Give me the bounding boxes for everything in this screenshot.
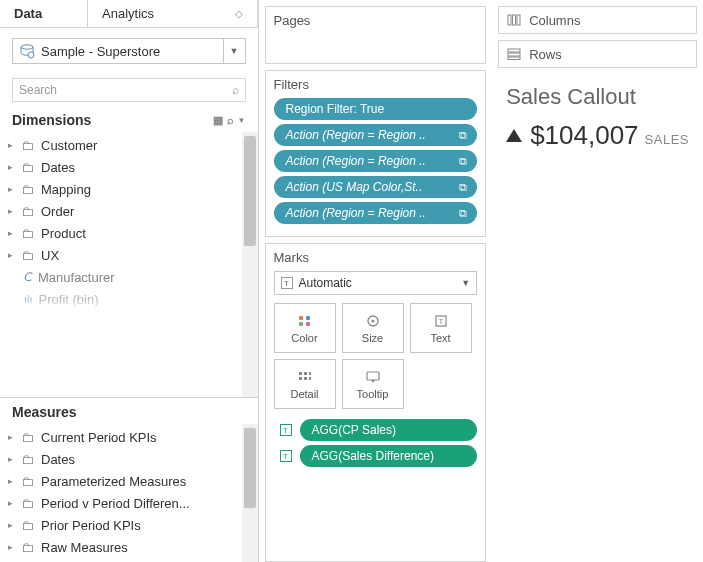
measures-header: Measures (0, 397, 258, 424)
cards-pane: Pages Filters Region Filter: True Action… (259, 0, 493, 562)
svg-text:T: T (438, 317, 443, 326)
columns-shelf[interactable]: Columns (498, 6, 697, 34)
color-icon (296, 313, 314, 329)
size-button[interactable]: Size (342, 303, 404, 353)
marks-title: Marks (274, 250, 478, 265)
pill-label: Action (Region = Region .. (286, 128, 426, 142)
marks-card: Marks T Automatic ▼ Color Size T Text De… (265, 243, 487, 562)
expand-icon[interactable]: ▸ (8, 476, 18, 486)
svg-rect-18 (513, 15, 516, 25)
expand-icon[interactable]: ▸ (8, 454, 18, 464)
tooltip-button[interactable]: Tooltip (342, 359, 404, 409)
pages-card[interactable]: Pages (265, 6, 487, 64)
mark-type-label: Automatic (299, 276, 352, 290)
search-input[interactable]: Search ⌕ (12, 78, 246, 102)
tree-item[interactable]: ▸🗀UX (0, 244, 258, 266)
color-button[interactable]: Color (274, 303, 336, 353)
tree-item[interactable]: ▸🗀Mapping (0, 178, 258, 200)
folder-icon: 🗀 (21, 430, 37, 445)
text-button[interactable]: T Text (410, 303, 472, 353)
datasource-selector[interactable]: Sample - Superstore ▼ (12, 38, 246, 64)
pill-label: Action (Region = Region .. (286, 206, 426, 220)
tree-item[interactable]: ▸🗀Dates (0, 448, 258, 470)
mark-pill[interactable]: AGG(CP Sales) (300, 419, 478, 441)
text-type-icon: T (281, 277, 293, 289)
filters-card[interactable]: Filters Region Filter: True Action (Regi… (265, 70, 487, 237)
svg-rect-17 (508, 15, 511, 25)
detail-button[interactable]: Detail (274, 359, 336, 409)
pill-label: AGG(Sales Difference) (312, 449, 435, 463)
svg-rect-14 (304, 377, 307, 380)
datasource-label: Sample - Superstore (41, 44, 160, 59)
filter-pill[interactable]: Action (US Map Color,St..⧉ (274, 176, 478, 198)
chevron-down-icon[interactable]: ▼ (223, 39, 245, 63)
text-mark-icon[interactable]: T (280, 424, 292, 436)
dimensions-title: Dimensions (12, 112, 91, 128)
expand-icon[interactable]: ▸ (8, 520, 18, 530)
tree-label: Product (41, 226, 86, 241)
expand-icon[interactable]: ▸ (8, 432, 18, 442)
expand-icon[interactable]: ▸ (8, 162, 18, 172)
folder-icon: 🗀 (21, 248, 37, 263)
tree-item[interactable]: ▸🗀Order (0, 200, 258, 222)
tree-item[interactable]: ▸🗀Parameterized Measures (0, 470, 258, 492)
tree-item[interactable]: ▸🗀Raw Measures (0, 536, 258, 558)
expand-icon[interactable]: ▸ (8, 250, 18, 260)
filters-title: Filters (274, 77, 478, 92)
svg-point-0 (21, 45, 33, 49)
dimensions-tree: ▸🗀Customer ▸🗀Dates ▸🗀Mapping ▸🗀Order ▸🗀P… (0, 132, 258, 314)
tree-item[interactable]: ▸🗀Current Period KPIs (0, 426, 258, 448)
tree-item[interactable]: ▸🗀Customer (0, 134, 258, 156)
view-list-icon[interactable]: ▦ (213, 114, 223, 127)
chevron-down-icon: ▼ (461, 278, 470, 288)
scrollbar[interactable] (242, 424, 258, 562)
text-mark-icon[interactable]: T (280, 450, 292, 462)
tree-item-attr[interactable]: ılıProfit (bin)! (0, 288, 258, 310)
button-label: Tooltip (357, 388, 389, 400)
tree-label: Parameterized Measures (41, 474, 186, 489)
tree-item[interactable]: ▸🗀Dates (0, 156, 258, 178)
filter-pill[interactable]: Action (Region = Region ..⧉ (274, 124, 478, 146)
folder-icon: 🗀 (21, 452, 37, 467)
expand-icon[interactable]: ▸ (8, 206, 18, 216)
tree-label: Raw Measures (41, 540, 128, 555)
button-label: Color (291, 332, 317, 344)
tab-data[interactable]: Data (0, 0, 88, 27)
link-icon: ⧉ (459, 181, 467, 194)
tree-item[interactable]: ▸🗀Period v Period Differen... (0, 492, 258, 514)
tree-label: Manufacturer (38, 270, 115, 285)
shelf-label: Columns (529, 13, 580, 28)
triangle-up-icon (506, 129, 522, 142)
menu-caret-icon[interactable]: ▼ (238, 116, 246, 125)
shelf-label: Rows (529, 47, 562, 62)
expand-icon[interactable]: ▸ (8, 498, 18, 508)
tab-analytics[interactable]: Analytics ◇ (88, 0, 258, 27)
rows-icon (507, 48, 521, 60)
viz-title[interactable]: Sales Callout (506, 84, 689, 110)
folder-icon: 🗀 (21, 496, 37, 511)
expand-icon[interactable]: ▸ (8, 228, 18, 238)
detail-icon (296, 369, 314, 385)
scrollbar[interactable] (242, 132, 258, 397)
tree-item[interactable]: ▸🗀Prior Period KPIs (0, 514, 258, 536)
expand-icon[interactable]: ▸ (8, 184, 18, 194)
folder-icon: 🗀 (21, 474, 37, 489)
scroll-thumb[interactable] (244, 428, 256, 508)
mark-pill[interactable]: AGG(Sales Difference) (300, 445, 478, 467)
filter-pill[interactable]: Action (Region = Region ..⧉ (274, 202, 478, 224)
callout-label: SALES (645, 132, 689, 147)
tree-item[interactable]: ▸🗀Product (0, 222, 258, 244)
rows-shelf[interactable]: Rows (498, 40, 697, 68)
filter-pill[interactable]: Action (Region = Region ..⧉ (274, 150, 478, 172)
folder-icon: 🗀 (21, 204, 37, 219)
histogram-icon: ılı (24, 293, 33, 305)
scroll-thumb[interactable] (244, 136, 256, 246)
mark-type-selector[interactable]: T Automatic ▼ (274, 271, 478, 295)
expand-icon[interactable]: ▸ (8, 140, 18, 150)
expand-icon[interactable]: ▸ (8, 542, 18, 552)
worksheet-pane: Columns Rows Sales Callout $104,007 SALE… (492, 0, 703, 562)
tree-item-attr[interactable]: 𝘊Manufacturer (0, 266, 258, 288)
find-icon[interactable]: ⌕ (227, 114, 234, 126)
svg-rect-16 (367, 372, 379, 380)
filter-pill[interactable]: Region Filter: True (274, 98, 478, 120)
